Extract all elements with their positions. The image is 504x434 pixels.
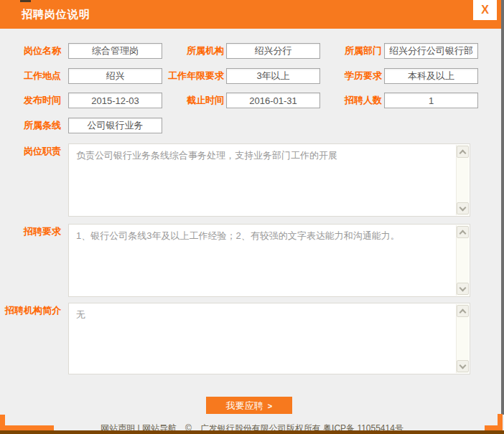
business-line-field[interactable] — [68, 118, 162, 133]
work-location-label: 工作地点 — [0, 68, 61, 84]
business-line-label: 所属条线 — [0, 118, 61, 133]
apply-button-label: 我要应聘 — [226, 400, 263, 411]
scroll-up-icon[interactable] — [457, 146, 469, 158]
frame-corner-right — [485, 425, 503, 430]
window-edge-scrollbar[interactable] — [501, 0, 504, 415]
scroll-down-icon[interactable] — [457, 202, 469, 214]
scroll-down-icon[interactable] — [457, 283, 469, 295]
requirements-label: 招聘要求 — [0, 224, 61, 240]
org-intro-textarea[interactable]: 无 — [68, 303, 470, 374]
background-artifact — [20, 0, 31, 2]
dialog-title: 招聘岗位说明 — [22, 0, 90, 29]
org-intro-label: 招聘机构简介 — [0, 303, 61, 319]
recruitment-dialog: 招聘岗位说明 X 岗位名称 所属机构 所属部门 工作地点 工作年限要求 学历要求… — [0, 0, 504, 434]
dialog-header: 招聘岗位说明 — [0, 0, 504, 29]
org-intro-text: 无 — [76, 308, 451, 321]
responsibilities-label: 岗位职责 — [0, 143, 61, 159]
department-label: 所属部门 — [322, 43, 382, 59]
deadline-field[interactable] — [226, 93, 320, 108]
organization-field[interactable] — [226, 43, 320, 59]
publish-date-label: 发布时间 — [0, 93, 61, 108]
responsibilities-text: 负责公司银行业务条线综合事务处理，支持业务部门工作的开展 — [76, 148, 451, 162]
headcount-label: 招聘人数 — [322, 93, 382, 108]
scrollbar[interactable] — [456, 304, 469, 373]
requirements-text: 1、银行公司条线3年及以上工作经验；2、有较强的文字表达能力和沟通能力。 — [76, 229, 451, 242]
position-name-field[interactable] — [68, 43, 162, 59]
department-field[interactable] — [384, 43, 478, 59]
experience-field[interactable] — [226, 68, 320, 84]
position-name-label: 岗位名称 — [0, 43, 61, 59]
apply-button[interactable]: 我要应聘> — [206, 397, 292, 414]
close-icon[interactable]: X — [473, 0, 497, 20]
frame-corner-left — [0, 425, 54, 430]
experience-label: 工作年限要求 — [164, 68, 224, 84]
education-label: 学历要求 — [322, 68, 382, 84]
headcount-field[interactable] — [384, 93, 478, 108]
page-footer-bar — [0, 430, 504, 434]
scrollbar[interactable] — [456, 145, 469, 215]
scroll-up-icon[interactable] — [457, 305, 469, 317]
education-field[interactable] — [384, 68, 478, 84]
work-location-field[interactable] — [68, 68, 162, 84]
scroll-down-icon[interactable] — [457, 360, 469, 372]
publish-date-field[interactable] — [68, 93, 162, 108]
requirements-textarea[interactable]: 1、银行公司条线3年及以上工作经验；2、有较强的文字表达能力和沟通能力。 — [68, 224, 470, 297]
apply-button-arrow-icon: > — [268, 402, 272, 410]
organization-label: 所属机构 — [164, 43, 224, 59]
responsibilities-textarea[interactable]: 负责公司银行业务条线综合事务处理，支持业务部门工作的开展 — [68, 143, 470, 217]
scroll-up-icon[interactable] — [457, 226, 469, 238]
deadline-label: 截止时间 — [164, 93, 224, 108]
scrollbar[interactable] — [456, 225, 469, 296]
